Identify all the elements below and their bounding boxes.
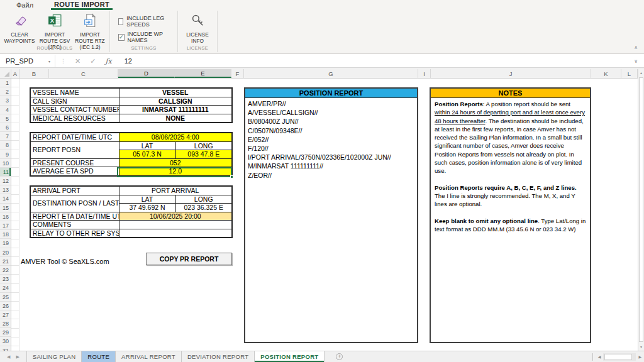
column-header-g[interactable]: G — [244, 69, 418, 78]
copy-pr-report-button[interactable]: COPY PR REPORT — [146, 253, 232, 265]
report-posn-label[interactable]: REPORT POSN — [30, 141, 119, 158]
arrival-port-label[interactable]: ARRIVAL PORT — [30, 186, 119, 195]
column-header-f[interactable]: F — [231, 69, 244, 78]
column-header-l[interactable]: L — [621, 69, 638, 78]
report-datetime-value[interactable]: 08/06/2025 4:00 — [119, 133, 232, 141]
call-sign-value[interactable]: CALLSIGN — [119, 97, 232, 106]
license-info-button[interactable]: LICENSE INFO — [180, 11, 215, 45]
row-header-18[interactable]: 18 — [0, 230, 11, 239]
column-header-d[interactable]: D — [118, 69, 175, 78]
contact-number-value[interactable]: INMARSAT 111111111 — [119, 106, 232, 114]
horizontal-scrollbar-thumb[interactable] — [604, 354, 632, 360]
long-header[interactable]: LONG — [175, 141, 232, 150]
insert-function-icon[interactable]: ƒx — [105, 57, 111, 65]
dest-long-value[interactable]: 023 36.325 E — [175, 204, 232, 212]
column-header-a[interactable]: A — [11, 69, 19, 78]
ribbon-collapse-icon[interactable]: ∧ — [634, 45, 638, 50]
average-eta-spd-label[interactable]: AVERAGE ETA SPD — [30, 167, 119, 176]
row-header-17[interactable]: 17 — [0, 221, 11, 230]
scroll-right-icon[interactable]: ▶ — [636, 354, 644, 359]
column-header-k[interactable]: K — [591, 69, 621, 78]
row-header-21[interactable]: 21 — [0, 257, 11, 266]
dest-long-header[interactable]: LONG — [175, 195, 232, 204]
row-header-29[interactable]: 29 — [0, 328, 11, 337]
row-header-5[interactable]: 5 — [0, 114, 11, 123]
row-header-10[interactable]: 10 — [0, 159, 11, 168]
vessel-name-label[interactable]: VESSEL NAME — [30, 88, 119, 97]
row-header-3[interactable]: 3 — [0, 96, 11, 105]
report-datetime-label[interactable]: REPORT DATE/TIME UTC — [30, 133, 119, 141]
arrival-port-value[interactable]: PORT ARRIVAL — [119, 186, 232, 195]
row-header-12[interactable]: 12 — [0, 177, 11, 185]
row-header-20[interactable]: 20 — [0, 248, 11, 257]
scroll-down-icon[interactable]: ▼ — [638, 343, 644, 351]
medical-resources-value[interactable]: NONE — [119, 114, 232, 123]
sheet-tab-sailing-plan[interactable]: SAILING PLAN — [27, 351, 82, 362]
report-lat-value[interactable]: 05 07.3 N — [119, 150, 175, 159]
ribbon-tab-route-import[interactable]: ROUTE IMPORT — [51, 0, 113, 10]
row-header-9[interactable]: 9 — [0, 150, 11, 159]
dest-lat-header[interactable]: LAT — [119, 195, 175, 204]
row-header-31[interactable]: 31 — [0, 346, 11, 351]
column-header-i[interactable]: I — [418, 69, 431, 78]
include-wp-names-option[interactable]: INCLUDE WP NAMES — [118, 31, 169, 43]
enter-icon[interactable]: ✓ — [90, 57, 96, 65]
row-header-26[interactable]: 26 — [0, 302, 11, 310]
include-leg-speeds-checkbox[interactable] — [118, 18, 123, 25]
column-header-b[interactable]: B — [19, 69, 49, 78]
row-header-22[interactable]: 22 — [0, 266, 11, 275]
include-leg-speeds-option[interactable]: INCLUDE LEG SPEEDS — [118, 15, 169, 28]
horizontal-scrollbar[interactable]: ◀ ▶ — [592, 351, 644, 362]
sheet-tab-route[interactable]: ROUTE — [82, 351, 116, 362]
clear-waypoints-button[interactable]: CLEAR WAYPOINTS — [2, 11, 37, 45]
sheet-tab-arrival-report[interactable]: ARRIVAL REPORT — [116, 351, 182, 362]
destination-posn-label[interactable]: DESTINATION POSN / LAST WP — [30, 195, 119, 212]
dest-lat-value[interactable]: 37 49.692 N — [119, 204, 175, 212]
scroll-up-icon[interactable]: ▲ — [638, 69, 644, 77]
comments-value[interactable] — [119, 221, 232, 229]
relay-label[interactable]: RELAY TO OTHER REP SYSTEMS — [30, 229, 119, 238]
row-header-25[interactable]: 25 — [0, 293, 11, 302]
call-sign-label[interactable]: CALL SIGN — [30, 97, 119, 106]
row-header-13[interactable]: 13 — [0, 185, 11, 194]
relay-value[interactable] — [119, 229, 232, 238]
row-header-11[interactable]: 11 — [0, 168, 11, 177]
vertical-scrollbar[interactable]: ▲ ▼ — [638, 69, 644, 351]
name-box[interactable]: PR_SPD ▾ — [0, 55, 55, 67]
row-header-30[interactable]: 30 — [0, 337, 11, 346]
column-header-e[interactable]: E — [175, 69, 231, 78]
vertical-scrollbar-thumb[interactable] — [639, 77, 643, 342]
column-header-j[interactable]: J — [431, 69, 591, 78]
tab-split-handle[interactable] — [592, 353, 593, 361]
new-sheet-button[interactable]: + — [336, 351, 343, 362]
row-header-14[interactable]: 14 — [0, 194, 11, 203]
name-box-dropdown-icon[interactable]: ▾ — [48, 59, 55, 63]
report-long-value[interactable]: 093 47.8 E — [175, 150, 232, 159]
cancel-icon[interactable]: ✕ — [75, 57, 80, 65]
row-header-24[interactable]: 24 — [0, 283, 11, 292]
contact-number-label[interactable]: VESSEL CONTACT NUMBER — [30, 106, 119, 114]
prev-sheet-icon[interactable]: ◀ — [7, 354, 10, 359]
scroll-left-icon[interactable]: ◀ — [596, 354, 604, 359]
row-header-28[interactable]: 28 — [0, 319, 11, 328]
row-header-16[interactable]: 16 — [0, 212, 11, 221]
include-wp-names-checkbox[interactable] — [118, 34, 125, 41]
row-header-4[interactable]: 4 — [0, 106, 11, 114]
medical-resources-label[interactable]: MEDICAL RESOURCES — [30, 114, 119, 123]
vessel-name-value[interactable]: VESSEL — [119, 88, 232, 97]
row-header-23[interactable]: 23 — [0, 275, 11, 283]
row-header-8[interactable]: 8 — [0, 141, 11, 150]
present-course-label[interactable]: PRESENT COURSE — [30, 158, 119, 167]
sheet-tab-position-report[interactable]: POSITION REPORT — [255, 351, 325, 362]
lat-header[interactable]: LAT — [119, 141, 175, 150]
present-course-value[interactable]: 052 — [119, 158, 232, 167]
report-eta-label[interactable]: REPORT ETA DATE/TIME UTC — [30, 212, 119, 221]
comments-label[interactable]: COMMENTS — [30, 221, 119, 229]
next-sheet-icon[interactable]: ▶ — [16, 354, 19, 359]
average-eta-spd-value[interactable]: 12.0 — [119, 167, 232, 176]
sheet-tab-deviation-report[interactable]: DEVIATION REPORT — [182, 351, 255, 362]
horizontal-scrollbar-track[interactable] — [603, 353, 636, 361]
ribbon-tab-file[interactable]: Файл — [14, 1, 36, 10]
row-header-1[interactable]: 1 — [0, 79, 11, 87]
select-all-button[interactable] — [0, 69, 11, 78]
